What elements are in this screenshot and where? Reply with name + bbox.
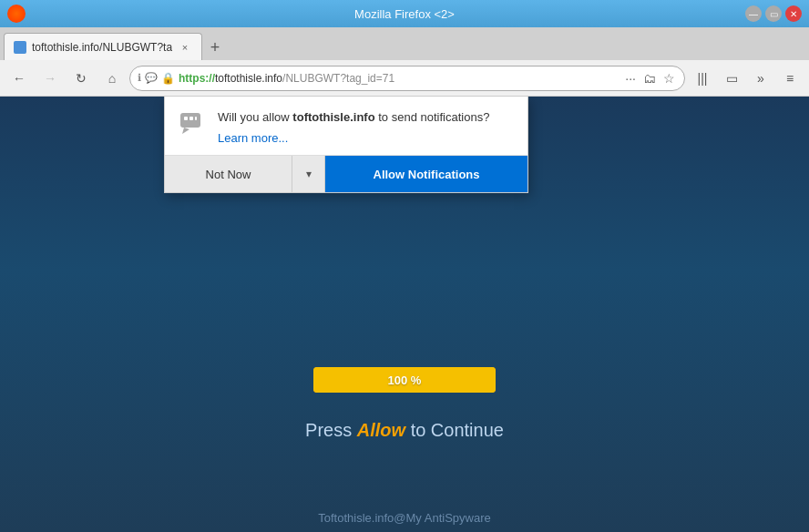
svg-marker-1 (182, 128, 189, 134)
press-text-end: to Continue (405, 420, 504, 440)
library-button[interactable]: ||| (689, 65, 716, 92)
info-icon: ℹ (138, 72, 141, 84)
tab-close-button[interactable]: × (178, 40, 192, 55)
chat-icon: 💬 (145, 72, 158, 84)
refresh-button[interactable]: ↻ (67, 65, 95, 92)
url-https: https:// (179, 72, 215, 85)
popup-question-end: to send notifications? (375, 110, 490, 124)
minimize-button[interactable]: — (745, 5, 762, 22)
svg-rect-3 (189, 117, 193, 120)
home-button[interactable]: ⌂ (98, 65, 126, 92)
address-bar[interactable]: ℹ 💬 🔒 https://toftothisle.info/NLUBGWT?t… (129, 66, 685, 91)
maximize-button[interactable]: ▭ (765, 5, 782, 22)
svg-rect-2 (184, 117, 188, 120)
page-content: 100 % Press Allow to Continue Toftothisl… (0, 97, 809, 532)
close-button[interactable]: ✕ (785, 5, 802, 22)
allow-word: Allow (357, 420, 405, 440)
popup-text: Will you allow toftothisle.info to send … (218, 109, 513, 146)
bookmark-icon[interactable]: ☆ (661, 69, 677, 87)
tab-toftothisle[interactable]: toftothisle.info/NLUBGWT?ta × (4, 33, 202, 60)
titlebar-title: Mozilla Firefox <2> (354, 7, 455, 21)
tab-favicon-icon (14, 41, 26, 54)
menu-button[interactable]: ≡ (776, 65, 804, 92)
learn-more-link[interactable]: Learn more... (218, 131, 288, 145)
svg-rect-4 (195, 117, 197, 120)
popup-learn-more: Learn more... (218, 129, 513, 146)
url-path: /NLUBGWT?tag_id=71 (282, 72, 394, 85)
new-tab-button[interactable]: + (202, 35, 228, 60)
footer-text: Toftothisle.info@My AntiSpyware (0, 511, 809, 525)
tabbar: toftothisle.info/NLUBGWT?ta × + (0, 27, 809, 60)
notification-icon (178, 109, 207, 138)
popup-actions: Not Now ▾ Allow Notifications (165, 155, 527, 192)
not-now-dropdown-button[interactable]: ▾ (292, 156, 325, 192)
press-text-start: Press (305, 420, 357, 440)
popup-site: toftothisle.info (292, 110, 374, 124)
nav-right-buttons: ||| ▭ » ≡ (689, 65, 804, 92)
back-button[interactable]: ← (5, 65, 33, 92)
progress-bar: 100 % (313, 367, 496, 393)
popup-question-start: Will you allow (218, 110, 292, 124)
notification-popup: Will you allow toftothisle.info to send … (164, 97, 528, 193)
titlebar-controls: — ▭ ✕ (745, 5, 802, 22)
lock-icon: 🔒 (161, 72, 175, 85)
forward-button: → (36, 65, 64, 92)
tab-title: toftothisle.info/NLUBGWT?ta (32, 41, 172, 54)
allow-notifications-button[interactable]: Allow Notifications (325, 156, 527, 192)
extensions-button[interactable]: » (747, 65, 774, 92)
address-actions: ··· 🗂 ☆ (623, 69, 677, 87)
navbar: ← → ↻ ⌂ ℹ 💬 🔒 https://toftothisle.info/N… (0, 60, 809, 97)
url-domain: toftothisle.info (215, 72, 282, 85)
popup-question: Will you allow toftothisle.info to send … (218, 109, 513, 126)
not-now-button[interactable]: Not Now (165, 156, 292, 192)
progress-text: 100 % (388, 373, 422, 387)
address-text: https://toftothisle.info/NLUBGWT?tag_id=… (179, 72, 620, 85)
press-allow-message: Press Allow to Continue (305, 420, 504, 441)
firefox-logo-icon (7, 5, 26, 23)
titlebar: Mozilla Firefox <2> — ▭ ✕ (0, 0, 809, 27)
titlebar-left (7, 5, 33, 23)
pocket-icon[interactable]: 🗂 (641, 69, 658, 87)
popup-body: Will you allow toftothisle.info to send … (165, 97, 527, 155)
more-button[interactable]: ··· (623, 69, 638, 87)
synced-tabs-button[interactable]: ▭ (718, 65, 745, 92)
